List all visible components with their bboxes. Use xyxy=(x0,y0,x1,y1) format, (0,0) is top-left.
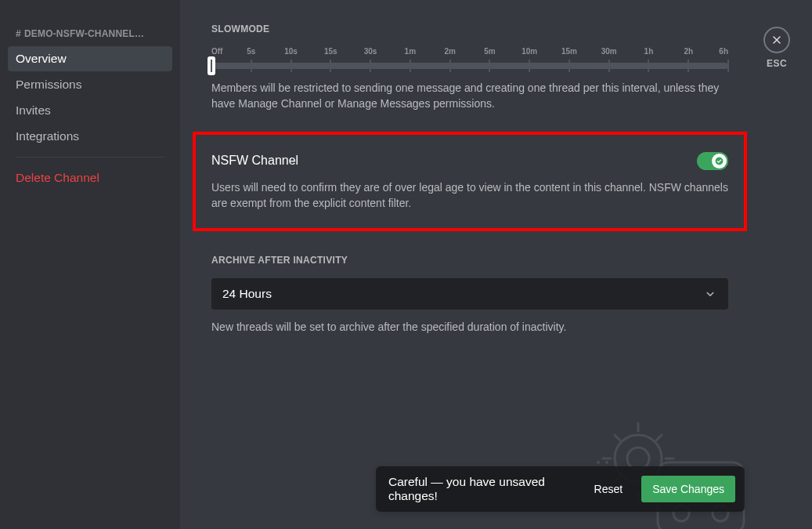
slider-tick xyxy=(489,60,490,72)
sidebar-divider xyxy=(16,157,164,158)
channel-name-header: #DEMO-NSFW-CHANNEL… xyxy=(8,24,172,45)
nsfw-highlight-box: NSFW Channel Users will need to confirm … xyxy=(193,132,747,232)
slider-tick xyxy=(330,60,331,72)
slider-tick xyxy=(410,60,411,72)
archive-label: ARCHIVE AFTER INACTIVITY xyxy=(211,255,728,266)
close-icon xyxy=(770,34,783,46)
svg-point-10 xyxy=(597,461,600,464)
sidebar-item-invites[interactable]: Invites xyxy=(8,98,172,123)
slider-tick xyxy=(727,60,729,72)
nsfw-help: Users will need to confirm they are of o… xyxy=(211,179,728,212)
save-changes-button[interactable]: Save Changes xyxy=(641,476,735,502)
sidebar-item-integrations[interactable]: Integrations xyxy=(8,124,172,149)
slider-tick xyxy=(608,60,610,72)
unsaved-changes-text: Careful — you have unsaved changes! xyxy=(388,475,576,503)
nsfw-title: NSFW Channel xyxy=(211,154,298,168)
slider-tick-label: Off xyxy=(211,47,222,56)
slider-tick-label: 6h xyxy=(719,47,728,56)
archive-help: New threads will be set to archive after… xyxy=(211,319,728,335)
delete-channel-button[interactable]: Delete Channel xyxy=(8,165,172,190)
slider-tick xyxy=(449,60,451,72)
slowmode-help: Members will be restricted to sending on… xyxy=(211,80,728,112)
slider-tick xyxy=(370,60,371,72)
unsaved-changes-bar: Careful — you have unsaved changes! Rese… xyxy=(376,466,745,512)
slider-tick xyxy=(648,60,649,72)
slider-tick-label: 5m xyxy=(484,47,495,56)
slider-tick-label: 5s xyxy=(247,47,255,56)
slider-tick xyxy=(291,60,292,72)
svg-point-11 xyxy=(605,461,608,464)
slider-tick-label: 2h xyxy=(684,47,693,56)
content-area: SLOWMODE Off5s10s15s30s1m2m5m10m15m30m1h… xyxy=(180,0,812,529)
slider-tick-label: 1h xyxy=(644,47,654,56)
slider-tick xyxy=(529,60,530,72)
slider-tick xyxy=(211,60,212,72)
sidebar-item-permissions[interactable]: Permissions xyxy=(8,72,172,97)
close-label: ESC xyxy=(767,58,787,69)
slowmode-slider[interactable]: Off5s10s15s30s1m2m5m10m15m30m1h2h6h xyxy=(211,47,728,69)
reset-button[interactable]: Reset xyxy=(586,476,631,502)
slider-tick-label: 15s xyxy=(324,47,337,56)
slider-tick-label: 30m xyxy=(601,47,617,56)
sidebar-item-overview[interactable]: Overview xyxy=(8,46,172,71)
toggle-knob xyxy=(712,154,727,168)
close-button[interactable] xyxy=(763,27,790,53)
slider-tick-label: 10s xyxy=(284,47,298,56)
hash-icon: # xyxy=(16,28,21,39)
svg-point-12 xyxy=(614,461,617,464)
nsfw-toggle[interactable] xyxy=(697,152,728,170)
slider-tick xyxy=(568,60,570,72)
slider-tick-label: 15m xyxy=(561,47,577,56)
slider-tick-label: 30s xyxy=(364,47,377,56)
close-esc-group: ESC xyxy=(763,27,790,69)
archive-value: 24 Hours xyxy=(222,287,272,301)
slider-tick xyxy=(687,60,689,72)
settings-sidebar: #DEMO-NSFW-CHANNEL… OverviewPermissionsI… xyxy=(0,0,180,529)
slider-tick-label: 2m xyxy=(444,47,455,56)
check-icon xyxy=(715,157,724,165)
slider-tick-label: 1m xyxy=(405,47,416,56)
slider-tick-label: 10m xyxy=(521,47,537,56)
chevron-down-icon xyxy=(703,287,717,301)
archive-select[interactable]: 24 Hours xyxy=(211,278,728,310)
channel-name-text: DEMO-NSFW-CHANNEL… xyxy=(24,28,144,39)
slider-tick xyxy=(251,60,252,72)
slowmode-label: SLOWMODE xyxy=(211,24,728,34)
